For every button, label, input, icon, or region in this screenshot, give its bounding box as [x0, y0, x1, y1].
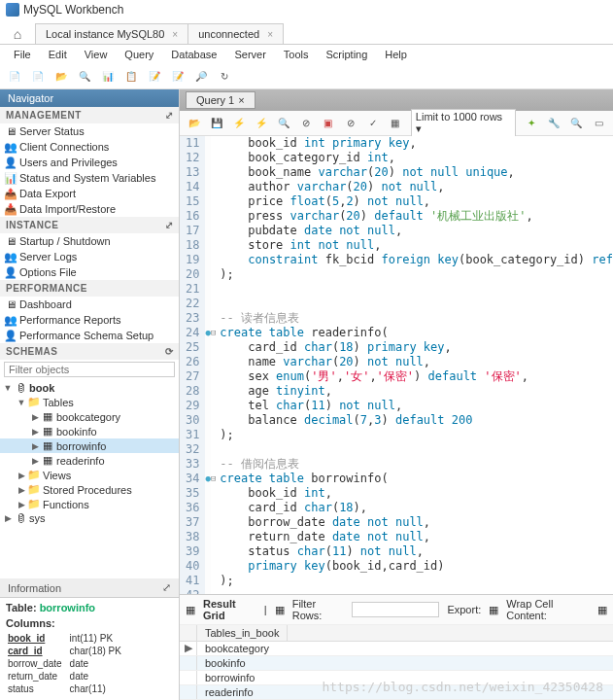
- toggle-icon[interactable]: ▭: [588, 113, 609, 134]
- tree-item[interactable]: ▼📁Tables: [0, 395, 179, 409]
- nav-item[interactable]: 🖥Startup / Shutdown: [0, 233, 179, 249]
- schemas-header: SCHEMAS⟳: [0, 343, 179, 360]
- management-header: MANAGEMENT⤢: [0, 107, 179, 123]
- menu-server[interactable]: Server: [226, 47, 273, 62]
- func-icon[interactable]: 📝: [167, 66, 188, 88]
- close-icon[interactable]: ×: [238, 94, 244, 106]
- table-icon[interactable]: 📊: [97, 66, 119, 88]
- nav-item[interactable]: 👥Server Logs: [0, 249, 179, 264]
- menu-bar: File Edit View Query Database Server Too…: [0, 45, 613, 64]
- tree-item[interactable]: ▶▦bookcategory: [0, 409, 179, 424]
- grid-row[interactable]: borrowinfo: [180, 671, 613, 685]
- filter-icon: ▦: [275, 604, 285, 616]
- refresh-icon[interactable]: ⟳: [165, 346, 174, 357]
- menu-help[interactable]: Help: [377, 47, 415, 62]
- connection-tab[interactable]: unconnected×: [187, 23, 284, 44]
- info-panel: Table: borrowinfo Columns: book_idint(11…: [0, 597, 179, 700]
- menu-edit[interactable]: Edit: [41, 47, 75, 62]
- query-tab[interactable]: Query 1×: [186, 91, 255, 109]
- menu-database[interactable]: Database: [163, 47, 224, 62]
- tree-item[interactable]: ▶📁Views: [0, 468, 179, 482]
- proc-icon[interactable]: 📝: [144, 66, 165, 88]
- grid-row[interactable]: readerinfo: [180, 685, 613, 700]
- result-grid-icon[interactable]: ▦: [186, 604, 195, 616]
- expand-icon[interactable]: ⤢: [165, 220, 174, 230]
- tree-item[interactable]: ▶📁Stored Procedures: [0, 482, 179, 497]
- tree-item[interactable]: ▶📁Functions: [0, 497, 179, 511]
- wrap-icon[interactable]: ▦: [597, 604, 607, 616]
- perf-icon: 🖥: [4, 298, 17, 311]
- execute-icon[interactable]: ⚡: [228, 113, 250, 134]
- expand-icon[interactable]: ⤢: [162, 581, 171, 594]
- menu-scripting[interactable]: Scripting: [319, 47, 376, 62]
- tree-item[interactable]: ▶▦bookinfo: [0, 424, 179, 438]
- tree-item[interactable]: ▶🛢sys: [0, 511, 179, 525]
- column-header[interactable]: Tables_in_book: [197, 625, 288, 641]
- explain-icon[interactable]: 🔍: [273, 113, 294, 134]
- nav-item[interactable]: 👤Options File: [0, 264, 179, 280]
- execute-cursor-icon[interactable]: ⚡: [251, 113, 272, 134]
- inst-icon: 🖥: [4, 234, 17, 248]
- view-icon[interactable]: 📋: [120, 66, 142, 88]
- nav-item[interactable]: 📥Data Import/Restore: [0, 201, 179, 217]
- open-icon[interactable]: 📂: [184, 113, 205, 134]
- filter-rows-input[interactable]: [352, 602, 439, 617]
- query-tabs: Query 1×: [180, 89, 613, 111]
- stop-icon[interactable]: ⊘: [295, 113, 317, 134]
- commit-icon[interactable]: ▣: [318, 113, 339, 134]
- new-sql2-icon[interactable]: 📄: [27, 66, 49, 88]
- navigator-header: Navigator: [0, 89, 179, 107]
- menu-query[interactable]: Query: [117, 47, 161, 62]
- editor-area: Query 1× 📂 💾 ⚡ ⚡ 🔍 ⊘ ▣ ⊘ ✓ ▦ Limit to 10…: [180, 89, 613, 700]
- open-sql-icon[interactable]: 📂: [51, 66, 72, 88]
- save-icon[interactable]: 💾: [206, 113, 227, 134]
- inst-icon: 👤: [4, 265, 17, 279]
- new-sql-icon[interactable]: 📄: [4, 66, 25, 88]
- tree-item[interactable]: ▼🛢book: [0, 381, 179, 395]
- expand-icon[interactable]: ⤢: [165, 110, 174, 121]
- mgmt-icon: 👥: [4, 140, 17, 154]
- nav-item[interactable]: 👥Performance Reports: [0, 312, 179, 328]
- mgmt-icon: 📤: [4, 187, 17, 200]
- limit-select[interactable]: Limit to 1000 rows ▾: [411, 109, 516, 137]
- beautify-icon[interactable]: ✦: [521, 113, 542, 134]
- reconnect-icon[interactable]: ↻: [214, 66, 235, 88]
- connection-tab[interactable]: Local instance MySQL80×: [35, 23, 188, 44]
- grid-row[interactable]: ▶bookcategory: [180, 642, 613, 656]
- close-icon[interactable]: ×: [267, 29, 273, 40]
- home-icon[interactable]: ⌂: [8, 24, 27, 44]
- menu-file[interactable]: File: [6, 47, 39, 62]
- filter-label: Filter Rows:: [292, 598, 345, 621]
- search-icon[interactable]: 🔎: [190, 66, 212, 88]
- editor-toolbar: 📂 💾 ⚡ ⚡ 🔍 ⊘ ▣ ⊘ ✓ ▦ Limit to 1000 rows ▾…: [180, 111, 613, 136]
- menu-view[interactable]: View: [77, 47, 116, 62]
- mgmt-icon: 📊: [4, 171, 17, 185]
- nav-item[interactable]: 🖥Server Status: [0, 123, 179, 139]
- limit-icon[interactable]: ▦: [385, 113, 406, 134]
- close-icon[interactable]: ×: [172, 29, 178, 40]
- menu-tools[interactable]: Tools: [276, 47, 317, 62]
- result-grid[interactable]: Tables_in_book ▶bookcategorybookinfoborr…: [180, 625, 613, 700]
- nav-item[interactable]: 📊Status and System Variables: [0, 170, 179, 186]
- export-icon[interactable]: ▦: [489, 604, 498, 616]
- nav-item[interactable]: 👤Performance Schema Setup: [0, 328, 179, 343]
- sidebar: Navigator MANAGEMENT⤢ 🖥Server Status👥Cli…: [0, 89, 180, 700]
- search2-icon[interactable]: 🔍: [565, 113, 587, 134]
- wrap-label: Wrap Cell Content:: [506, 598, 590, 621]
- tree-item[interactable]: ▶▦readerinfo: [0, 453, 179, 468]
- mgmt-icon: 👤: [4, 156, 17, 169]
- sql-editor[interactable]: 1112131415161718192021222324252627282930…: [180, 136, 613, 594]
- rollback-icon[interactable]: ⊘: [340, 113, 361, 134]
- information-header: Information⤢: [0, 578, 179, 597]
- tree-item[interactable]: ▶▦borrowinfo: [0, 438, 179, 453]
- filter-input[interactable]: [4, 362, 175, 377]
- nav-item[interactable]: 👥Client Connections: [0, 139, 179, 155]
- nav-item[interactable]: 📤Data Export: [0, 186, 179, 201]
- find-icon[interactable]: 🔧: [543, 113, 564, 134]
- result-panel: ▦ Result Grid | ▦ Filter Rows: Export: ▦…: [180, 594, 613, 700]
- inspector-icon[interactable]: 🔍: [74, 66, 95, 88]
- autocommit-icon[interactable]: ✓: [362, 113, 384, 134]
- grid-row[interactable]: bookinfo: [180, 656, 613, 671]
- nav-item[interactable]: 🖥Dashboard: [0, 297, 179, 312]
- nav-item[interactable]: 👤Users and Privileges: [0, 155, 179, 170]
